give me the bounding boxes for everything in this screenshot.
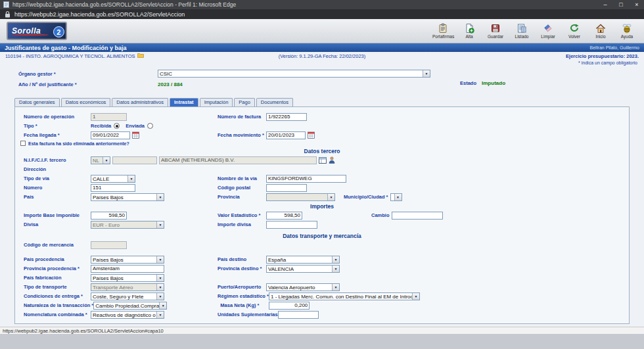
eliminada-checkbox[interactable]: [20, 141, 26, 146]
tipo-transporte-label: Tipo de transporte: [24, 284, 91, 290]
masa-neta-input[interactable]: [269, 302, 310, 310]
window-bottom-area: [0, 334, 644, 349]
regimen-estadistico-label: Régimen estadístico *: [218, 293, 269, 299]
fecha-movimiento-label: Fecha movimiento *: [218, 132, 266, 138]
ayuda-button[interactable]: Ayuda: [616, 23, 637, 39]
estado-label: Estado: [460, 80, 476, 86]
chevron-down-icon: ▼: [159, 302, 166, 309]
chevron-down-icon: ▼: [412, 293, 419, 300]
nombre-via-input[interactable]: [266, 175, 346, 183]
numero-input[interactable]: [91, 184, 135, 192]
provincia-procedencia-input[interactable]: [91, 265, 164, 273]
puerto-select[interactable]: Valencia Aeropuerto▼: [266, 283, 340, 291]
tipo-via-select[interactable]: CALLE▼: [91, 175, 135, 183]
fecha-llegada-input[interactable]: [91, 131, 130, 139]
window-titlebar: https://webpub2.igae.hacienda.gob.es/SOR…: [0, 0, 644, 9]
recibida-radio[interactable]: [114, 123, 120, 129]
regimen-estadistico-select[interactable]: 1 - Llegadas Merc. Comun. con Destino Fi…: [269, 292, 420, 300]
exercise-text: Ejercicio presupuestario: 2023.: [428, 53, 639, 59]
eliminada-label: Esta factura ha sido eliminada anteriorm…: [28, 141, 129, 146]
fecha-movimiento-input[interactable]: [266, 131, 306, 139]
pais-select[interactable]: Países Bajos▼: [91, 193, 164, 201]
minimize-button[interactable]: –: [601, 1, 609, 8]
calendar-icon[interactable]: [308, 131, 315, 139]
codigo-postal-input[interactable]: [266, 184, 307, 192]
pais-destino-select[interactable]: España▼: [266, 256, 340, 264]
section-importes: Importes: [15, 203, 629, 210]
third-party-lookup-icon[interactable]: [319, 157, 327, 164]
provincia-destino-label: Provincia destino *: [218, 266, 266, 271]
justificante-value: 2023 / 884: [158, 81, 183, 87]
logo-badge: 2: [53, 26, 64, 37]
unidades-suplementarias-label: Unidades Suplementarias: [218, 312, 278, 317]
limpiar-button[interactable]: Limpiar: [538, 23, 559, 39]
naturaleza-transaccion-select[interactable]: Cambio Propiedad.Compra/V▼: [93, 302, 167, 310]
folder-icon[interactable]: [137, 53, 144, 59]
version-text: (Versión: 9.1.29-GA Fecha: 22/02/2023): [216, 53, 427, 59]
nif-label: N.I.F./C.I.F. tercero: [24, 157, 91, 163]
provincia-destino-select[interactable]: VALENCIA▼: [266, 265, 340, 273]
chevron-down-icon: ▼: [332, 266, 339, 272]
cambio-label: Cambio: [371, 212, 390, 218]
tab-intrastat[interactable]: Intrastat: [170, 98, 198, 106]
alta-button[interactable]: Alta: [459, 23, 480, 39]
base-imponible-input[interactable]: [91, 212, 127, 220]
tab-imputacion[interactable]: Imputación: [200, 98, 233, 106]
pais-procedencia-select[interactable]: Países Bajos▼: [91, 256, 164, 264]
tipo-transporte-select: Transporte Aéreo▼: [91, 283, 164, 291]
municipio-select[interactable]: ▼: [390, 193, 402, 201]
logo-swoosh: [12, 34, 49, 35]
numero-factura-label: Número de factura: [218, 114, 266, 120]
inicio-icon: [590, 23, 611, 34]
chevron-down-icon: ▼: [127, 175, 135, 182]
inicio-button[interactable]: Inicio: [590, 23, 611, 39]
listado-button[interactable]: Listado: [511, 23, 532, 39]
pais-fabricacion-select[interactable]: Países Bajos▼: [91, 274, 164, 282]
valor-estadistico-label: Valor Estadístico *: [218, 212, 266, 218]
user-name: Beltran Pilato, Guillermo: [590, 45, 639, 50]
tab-documentos[interactable]: Documentos: [256, 98, 293, 106]
portafirmas-button[interactable]: Portafirmas: [432, 23, 453, 39]
tab-strip: Datos generales Datos económicos Datos a…: [14, 98, 644, 106]
numero-operacion-input: [91, 113, 127, 121]
tab-datos-generales[interactable]: Datos generales: [14, 98, 60, 106]
chevron-down-icon: ▼: [156, 284, 164, 291]
estado-value: Imputado: [482, 80, 505, 86]
listado-icon: [511, 23, 532, 34]
enviada-label: Enviada: [126, 123, 145, 129]
tab-datos-economicos[interactable]: Datos económicos: [61, 98, 111, 106]
condiciones-entrega-select[interactable]: Coste, Seguro y Flete▼: [91, 292, 164, 300]
importe-divisa-input[interactable]: [266, 221, 317, 229]
third-party-edit-icon[interactable]: [329, 156, 335, 164]
justificante-label: Año / Nº del justificante *: [18, 81, 158, 87]
valor-estadistico-input[interactable]: [266, 212, 302, 220]
codigo-mercancia-input: [91, 241, 127, 249]
chevron-down-icon: ▼: [156, 275, 164, 281]
provincia-select: ▼: [266, 193, 335, 201]
guardar-button[interactable]: Guardar: [485, 23, 506, 39]
chevron-down-icon: ▼: [332, 256, 339, 263]
recibida-label: Recibida: [91, 123, 111, 129]
address-bar[interactable]: https://webpub2.igae.hacienda.gob.es/SOR…: [0, 9, 644, 19]
enviada-radio[interactable]: [147, 123, 153, 129]
naturaleza-transaccion-label: Naturaleza de la transacción *: [24, 302, 93, 308]
volver-button[interactable]: Volver: [564, 23, 585, 39]
numero-factura-input[interactable]: [266, 113, 307, 121]
maximize-button[interactable]: □: [617, 1, 625, 8]
general-section: Órgano gestor * CSIC▼ Año / Nº del justi…: [0, 66, 644, 90]
browser-status-bar: https://webpub2.igae.hacienda.gob.es/SOR…: [0, 327, 644, 334]
sorolla-logo: Sorolla 2: [7, 22, 67, 40]
page-icon: [3, 1, 9, 8]
limpiar-icon: [538, 23, 559, 34]
tab-pago[interactable]: Pago: [234, 98, 255, 106]
numero-label: Número: [24, 185, 91, 191]
organo-gestor-select[interactable]: CSIC▼: [158, 70, 430, 78]
chevron-down-icon: ▼: [156, 256, 164, 263]
tab-datos-administrativos[interactable]: Datos administrativos: [112, 98, 168, 106]
nomenclatura-select[interactable]: Reactivos de diagnóstico o l▼: [91, 311, 164, 319]
unidades-suplementarias-input[interactable]: [278, 311, 319, 319]
cambio-input[interactable]: [392, 212, 443, 220]
close-button[interactable]: ×: [633, 1, 641, 8]
calendar-icon[interactable]: [132, 131, 139, 139]
volver-icon: [564, 23, 585, 34]
